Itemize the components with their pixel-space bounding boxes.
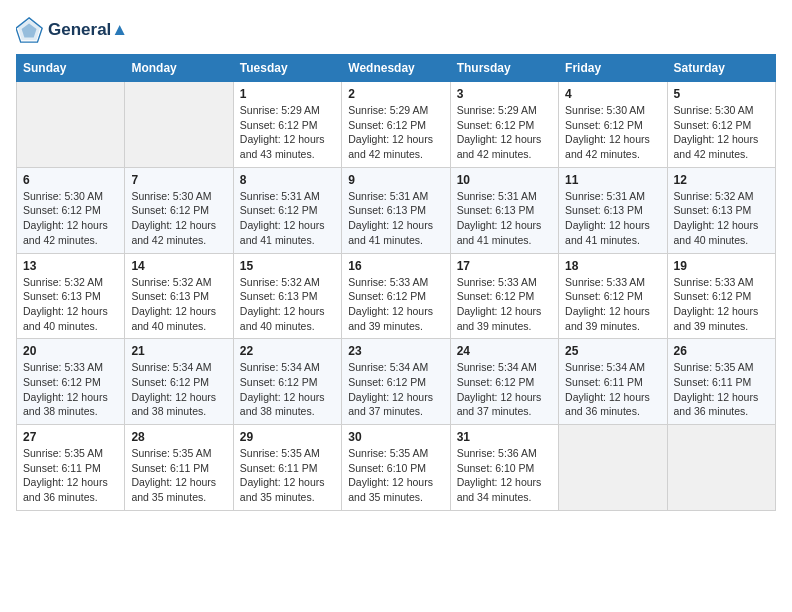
day-number: 6: [23, 173, 118, 187]
calendar-cell: 9Sunrise: 5:31 AMSunset: 6:13 PMDaylight…: [342, 167, 450, 253]
day-info: Sunrise: 5:35 AMSunset: 6:10 PMDaylight:…: [348, 446, 443, 505]
day-info: Sunrise: 5:35 AMSunset: 6:11 PMDaylight:…: [240, 446, 335, 505]
column-header-saturday: Saturday: [667, 55, 775, 82]
calendar-cell: 17Sunrise: 5:33 AMSunset: 6:12 PMDayligh…: [450, 253, 558, 339]
column-header-sunday: Sunday: [17, 55, 125, 82]
day-number: 30: [348, 430, 443, 444]
calendar-cell: 7Sunrise: 5:30 AMSunset: 6:12 PMDaylight…: [125, 167, 233, 253]
calendar-cell: 10Sunrise: 5:31 AMSunset: 6:13 PMDayligh…: [450, 167, 558, 253]
calendar-cell: 2Sunrise: 5:29 AMSunset: 6:12 PMDaylight…: [342, 82, 450, 168]
day-number: 2: [348, 87, 443, 101]
day-number: 18: [565, 259, 660, 273]
calendar-cell: 8Sunrise: 5:31 AMSunset: 6:12 PMDaylight…: [233, 167, 341, 253]
day-info: Sunrise: 5:34 AMSunset: 6:12 PMDaylight:…: [348, 360, 443, 419]
day-info: Sunrise: 5:32 AMSunset: 6:13 PMDaylight:…: [23, 275, 118, 334]
calendar-cell: 11Sunrise: 5:31 AMSunset: 6:13 PMDayligh…: [559, 167, 667, 253]
day-number: 28: [131, 430, 226, 444]
day-info: Sunrise: 5:35 AMSunset: 6:11 PMDaylight:…: [23, 446, 118, 505]
day-info: Sunrise: 5:33 AMSunset: 6:12 PMDaylight:…: [565, 275, 660, 334]
day-info: Sunrise: 5:29 AMSunset: 6:12 PMDaylight:…: [348, 103, 443, 162]
calendar-cell: 19Sunrise: 5:33 AMSunset: 6:12 PMDayligh…: [667, 253, 775, 339]
day-info: Sunrise: 5:30 AMSunset: 6:12 PMDaylight:…: [565, 103, 660, 162]
calendar-week-3: 13Sunrise: 5:32 AMSunset: 6:13 PMDayligh…: [17, 253, 776, 339]
day-number: 29: [240, 430, 335, 444]
day-info: Sunrise: 5:33 AMSunset: 6:12 PMDaylight:…: [23, 360, 118, 419]
calendar-cell: 26Sunrise: 5:35 AMSunset: 6:11 PMDayligh…: [667, 339, 775, 425]
day-info: Sunrise: 5:30 AMSunset: 6:12 PMDaylight:…: [23, 189, 118, 248]
calendar-cell: 28Sunrise: 5:35 AMSunset: 6:11 PMDayligh…: [125, 425, 233, 511]
day-info: Sunrise: 5:33 AMSunset: 6:12 PMDaylight:…: [348, 275, 443, 334]
day-info: Sunrise: 5:30 AMSunset: 6:12 PMDaylight:…: [131, 189, 226, 248]
calendar-cell: 18Sunrise: 5:33 AMSunset: 6:12 PMDayligh…: [559, 253, 667, 339]
day-info: Sunrise: 5:34 AMSunset: 6:12 PMDaylight:…: [131, 360, 226, 419]
day-number: 7: [131, 173, 226, 187]
day-info: Sunrise: 5:35 AMSunset: 6:11 PMDaylight:…: [674, 360, 769, 419]
day-number: 26: [674, 344, 769, 358]
logo: General▲: [16, 16, 128, 44]
day-number: 1: [240, 87, 335, 101]
day-number: 21: [131, 344, 226, 358]
calendar-cell: 4Sunrise: 5:30 AMSunset: 6:12 PMDaylight…: [559, 82, 667, 168]
calendar-cell: 16Sunrise: 5:33 AMSunset: 6:12 PMDayligh…: [342, 253, 450, 339]
calendar-cell: 31Sunrise: 5:36 AMSunset: 6:10 PMDayligh…: [450, 425, 558, 511]
calendar-cell: 21Sunrise: 5:34 AMSunset: 6:12 PMDayligh…: [125, 339, 233, 425]
day-number: 17: [457, 259, 552, 273]
calendar-cell: 30Sunrise: 5:35 AMSunset: 6:10 PMDayligh…: [342, 425, 450, 511]
calendar-cell: 29Sunrise: 5:35 AMSunset: 6:11 PMDayligh…: [233, 425, 341, 511]
calendar-cell: 13Sunrise: 5:32 AMSunset: 6:13 PMDayligh…: [17, 253, 125, 339]
day-info: Sunrise: 5:34 AMSunset: 6:12 PMDaylight:…: [457, 360, 552, 419]
day-info: Sunrise: 5:36 AMSunset: 6:10 PMDaylight:…: [457, 446, 552, 505]
day-number: 10: [457, 173, 552, 187]
day-number: 23: [348, 344, 443, 358]
day-info: Sunrise: 5:30 AMSunset: 6:12 PMDaylight:…: [674, 103, 769, 162]
day-info: Sunrise: 5:33 AMSunset: 6:12 PMDaylight:…: [457, 275, 552, 334]
day-number: 16: [348, 259, 443, 273]
column-header-friday: Friday: [559, 55, 667, 82]
day-number: 4: [565, 87, 660, 101]
calendar-week-2: 6Sunrise: 5:30 AMSunset: 6:12 PMDaylight…: [17, 167, 776, 253]
day-info: Sunrise: 5:34 AMSunset: 6:12 PMDaylight:…: [240, 360, 335, 419]
calendar-cell: 12Sunrise: 5:32 AMSunset: 6:13 PMDayligh…: [667, 167, 775, 253]
logo-text: General▲: [48, 21, 128, 40]
day-number: 9: [348, 173, 443, 187]
day-number: 15: [240, 259, 335, 273]
day-number: 19: [674, 259, 769, 273]
calendar-cell: 6Sunrise: 5:30 AMSunset: 6:12 PMDaylight…: [17, 167, 125, 253]
day-info: Sunrise: 5:31 AMSunset: 6:13 PMDaylight:…: [565, 189, 660, 248]
day-number: 12: [674, 173, 769, 187]
day-number: 20: [23, 344, 118, 358]
day-info: Sunrise: 5:33 AMSunset: 6:12 PMDaylight:…: [674, 275, 769, 334]
calendar-cell: [559, 425, 667, 511]
day-number: 5: [674, 87, 769, 101]
day-info: Sunrise: 5:31 AMSunset: 6:12 PMDaylight:…: [240, 189, 335, 248]
calendar-cell: 3Sunrise: 5:29 AMSunset: 6:12 PMDaylight…: [450, 82, 558, 168]
day-info: Sunrise: 5:31 AMSunset: 6:13 PMDaylight:…: [457, 189, 552, 248]
calendar-cell: 27Sunrise: 5:35 AMSunset: 6:11 PMDayligh…: [17, 425, 125, 511]
column-header-wednesday: Wednesday: [342, 55, 450, 82]
logo-icon: [16, 16, 44, 44]
column-header-tuesday: Tuesday: [233, 55, 341, 82]
calendar-cell: 20Sunrise: 5:33 AMSunset: 6:12 PMDayligh…: [17, 339, 125, 425]
day-info: Sunrise: 5:35 AMSunset: 6:11 PMDaylight:…: [131, 446, 226, 505]
calendar-cell: 5Sunrise: 5:30 AMSunset: 6:12 PMDaylight…: [667, 82, 775, 168]
calendar-cell: [667, 425, 775, 511]
calendar-cell: 22Sunrise: 5:34 AMSunset: 6:12 PMDayligh…: [233, 339, 341, 425]
column-header-monday: Monday: [125, 55, 233, 82]
day-number: 14: [131, 259, 226, 273]
column-header-thursday: Thursday: [450, 55, 558, 82]
calendar-table: SundayMondayTuesdayWednesdayThursdayFrid…: [16, 54, 776, 511]
calendar-cell: [17, 82, 125, 168]
day-info: Sunrise: 5:32 AMSunset: 6:13 PMDaylight:…: [240, 275, 335, 334]
calendar-week-5: 27Sunrise: 5:35 AMSunset: 6:11 PMDayligh…: [17, 425, 776, 511]
calendar-cell: 25Sunrise: 5:34 AMSunset: 6:11 PMDayligh…: [559, 339, 667, 425]
day-info: Sunrise: 5:34 AMSunset: 6:11 PMDaylight:…: [565, 360, 660, 419]
calendar-cell: 1Sunrise: 5:29 AMSunset: 6:12 PMDaylight…: [233, 82, 341, 168]
day-info: Sunrise: 5:29 AMSunset: 6:12 PMDaylight:…: [240, 103, 335, 162]
day-info: Sunrise: 5:32 AMSunset: 6:13 PMDaylight:…: [131, 275, 226, 334]
day-number: 3: [457, 87, 552, 101]
calendar-cell: 23Sunrise: 5:34 AMSunset: 6:12 PMDayligh…: [342, 339, 450, 425]
calendar-cell: [125, 82, 233, 168]
day-number: 13: [23, 259, 118, 273]
day-info: Sunrise: 5:32 AMSunset: 6:13 PMDaylight:…: [674, 189, 769, 248]
day-number: 24: [457, 344, 552, 358]
